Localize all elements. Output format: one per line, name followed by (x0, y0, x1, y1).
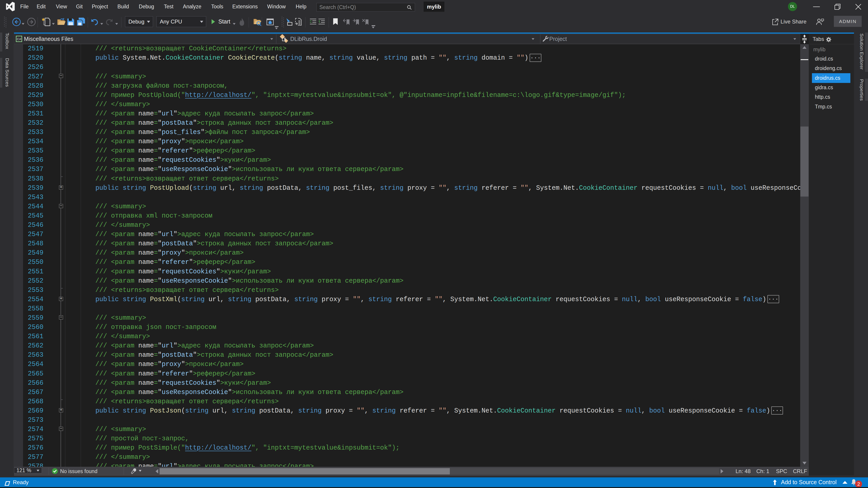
svg-text:C#: C# (17, 37, 21, 41)
